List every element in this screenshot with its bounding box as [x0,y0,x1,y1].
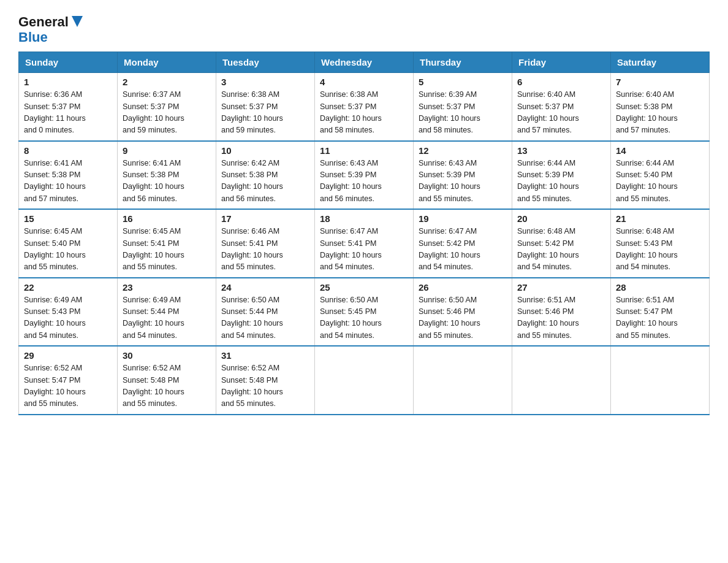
day-number: 13 [517,145,605,156]
calendar-week-3: 15 Sunrise: 6:45 AMSunset: 5:40 PMDaylig… [19,209,710,278]
calendar-cell: 16 Sunrise: 6:45 AMSunset: 5:41 PMDaylig… [118,209,216,278]
calendar-cell: 2 Sunrise: 6:37 AMSunset: 5:37 PMDayligh… [118,73,216,141]
day-number: 2 [123,77,211,87]
calendar-cell: 8 Sunrise: 6:41 AMSunset: 5:38 PMDayligh… [19,141,118,210]
svg-marker-0 [72,16,83,27]
day-info: Sunrise: 6:46 AMSunset: 5:41 PMDaylight:… [221,227,283,271]
calendar-cell: 15 Sunrise: 6:45 AMSunset: 5:40 PMDaylig… [19,209,118,278]
calendar-cell: 10 Sunrise: 6:42 AMSunset: 5:38 PMDaylig… [216,141,315,210]
day-number: 15 [24,213,112,224]
calendar-cell: 31 Sunrise: 6:52 AMSunset: 5:48 PMDaylig… [216,346,315,415]
weekday-monday: Monday [118,52,216,73]
logo-text-general: General [18,15,69,29]
day-number: 27 [517,282,605,293]
day-info: Sunrise: 6:47 AMSunset: 5:42 PMDaylight:… [419,227,480,271]
day-number: 7 [616,77,704,87]
logo-text-blue: Blue [18,29,48,45]
day-info: Sunrise: 6:42 AMSunset: 5:38 PMDaylight:… [221,159,283,203]
day-number: 16 [123,213,211,224]
day-info: Sunrise: 6:41 AMSunset: 5:38 PMDaylight:… [123,159,184,203]
calendar-cell: 4 Sunrise: 6:38 AMSunset: 5:37 PMDayligh… [315,73,414,141]
day-number: 14 [616,145,704,156]
day-number: 6 [517,77,605,87]
day-number: 5 [419,77,507,87]
day-number: 8 [24,145,112,156]
day-number: 3 [221,77,309,87]
calendar-cell [512,346,611,415]
day-info: Sunrise: 6:40 AMSunset: 5:38 PMDaylight:… [616,90,678,134]
day-info: Sunrise: 6:36 AMSunset: 5:37 PMDaylight:… [24,90,86,134]
weekday-thursday: Thursday [414,52,512,73]
calendar-cell: 22 Sunrise: 6:49 AMSunset: 5:43 PMDaylig… [19,278,118,347]
day-info: Sunrise: 6:52 AMSunset: 5:48 PMDaylight:… [123,364,184,408]
calendar-week-4: 22 Sunrise: 6:49 AMSunset: 5:43 PMDaylig… [19,278,710,347]
day-info: Sunrise: 6:52 AMSunset: 5:48 PMDaylight:… [221,364,283,408]
day-number: 9 [123,145,211,156]
day-info: Sunrise: 6:51 AMSunset: 5:46 PMDaylight:… [517,296,579,340]
calendar-table: SundayMondayTuesdayWednesdayThursdayFrid… [18,52,710,415]
calendar-cell: 6 Sunrise: 6:40 AMSunset: 5:37 PMDayligh… [512,73,611,141]
day-number: 28 [616,282,704,293]
calendar-cell: 21 Sunrise: 6:48 AMSunset: 5:43 PMDaylig… [611,209,710,278]
calendar-week-1: 1 Sunrise: 6:36 AMSunset: 5:37 PMDayligh… [19,73,710,141]
calendar-cell: 30 Sunrise: 6:52 AMSunset: 5:48 PMDaylig… [118,346,216,415]
day-number: 10 [221,145,309,156]
day-info: Sunrise: 6:37 AMSunset: 5:37 PMDaylight:… [123,90,184,134]
day-info: Sunrise: 6:50 AMSunset: 5:44 PMDaylight:… [221,296,283,340]
day-info: Sunrise: 6:43 AMSunset: 5:39 PMDaylight:… [419,159,480,203]
calendar-cell: 28 Sunrise: 6:51 AMSunset: 5:47 PMDaylig… [611,278,710,347]
calendar-cell: 29 Sunrise: 6:52 AMSunset: 5:47 PMDaylig… [19,346,118,415]
calendar-cell: 19 Sunrise: 6:47 AMSunset: 5:42 PMDaylig… [414,209,512,278]
weekday-friday: Friday [512,52,611,73]
calendar-week-5: 29 Sunrise: 6:52 AMSunset: 5:47 PMDaylig… [19,346,710,415]
day-info: Sunrise: 6:39 AMSunset: 5:37 PMDaylight:… [419,90,480,134]
weekday-header-row: SundayMondayTuesdayWednesdayThursdayFrid… [19,52,710,73]
calendar-cell [315,346,414,415]
day-info: Sunrise: 6:38 AMSunset: 5:37 PMDaylight:… [320,90,382,134]
calendar-cell: 11 Sunrise: 6:43 AMSunset: 5:39 PMDaylig… [315,141,414,210]
day-number: 29 [24,350,112,361]
weekday-saturday: Saturday [611,52,710,73]
calendar-cell: 14 Sunrise: 6:44 AMSunset: 5:40 PMDaylig… [611,141,710,210]
day-number: 1 [24,77,112,87]
day-info: Sunrise: 6:43 AMSunset: 5:39 PMDaylight:… [320,159,382,203]
calendar-cell: 3 Sunrise: 6:38 AMSunset: 5:37 PMDayligh… [216,73,315,141]
day-info: Sunrise: 6:49 AMSunset: 5:43 PMDaylight:… [24,296,86,340]
calendar-week-2: 8 Sunrise: 6:41 AMSunset: 5:38 PMDayligh… [19,141,710,210]
calendar-cell: 18 Sunrise: 6:47 AMSunset: 5:41 PMDaylig… [315,209,414,278]
day-info: Sunrise: 6:44 AMSunset: 5:40 PMDaylight:… [616,159,678,203]
day-info: Sunrise: 6:47 AMSunset: 5:41 PMDaylight:… [320,227,382,271]
calendar-cell: 24 Sunrise: 6:50 AMSunset: 5:44 PMDaylig… [216,278,315,347]
calendar-cell: 12 Sunrise: 6:43 AMSunset: 5:39 PMDaylig… [414,141,512,210]
logo: General Blue [18,12,83,45]
day-number: 30 [123,350,211,361]
calendar-cell: 26 Sunrise: 6:50 AMSunset: 5:46 PMDaylig… [414,278,512,347]
day-info: Sunrise: 6:45 AMSunset: 5:41 PMDaylight:… [123,227,184,271]
day-number: 19 [419,213,507,224]
weekday-sunday: Sunday [19,52,118,73]
day-info: Sunrise: 6:38 AMSunset: 5:37 PMDaylight:… [221,90,283,134]
calendar-cell: 23 Sunrise: 6:49 AMSunset: 5:44 PMDaylig… [118,278,216,347]
calendar-cell: 7 Sunrise: 6:40 AMSunset: 5:38 PMDayligh… [611,73,710,141]
day-number: 20 [517,213,605,224]
day-info: Sunrise: 6:51 AMSunset: 5:47 PMDaylight:… [616,296,678,340]
calendar-cell: 1 Sunrise: 6:36 AMSunset: 5:37 PMDayligh… [19,73,118,141]
day-number: 24 [221,282,309,293]
day-info: Sunrise: 6:41 AMSunset: 5:38 PMDaylight:… [24,159,86,203]
calendar-cell [611,346,710,415]
logo-arrow-icon [72,16,83,27]
day-info: Sunrise: 6:48 AMSunset: 5:43 PMDaylight:… [616,227,678,271]
day-info: Sunrise: 6:50 AMSunset: 5:46 PMDaylight:… [419,296,480,340]
day-number: 11 [320,145,408,156]
weekday-wednesday: Wednesday [315,52,414,73]
day-number: 17 [221,213,309,224]
day-number: 25 [320,282,408,293]
day-number: 18 [320,213,408,224]
day-number: 22 [24,282,112,293]
calendar-cell: 13 Sunrise: 6:44 AMSunset: 5:39 PMDaylig… [512,141,611,210]
day-info: Sunrise: 6:50 AMSunset: 5:45 PMDaylight:… [320,296,382,340]
calendar-cell: 25 Sunrise: 6:50 AMSunset: 5:45 PMDaylig… [315,278,414,347]
calendar-cell: 20 Sunrise: 6:48 AMSunset: 5:42 PMDaylig… [512,209,611,278]
day-number: 26 [419,282,507,293]
day-info: Sunrise: 6:45 AMSunset: 5:40 PMDaylight:… [24,227,86,271]
